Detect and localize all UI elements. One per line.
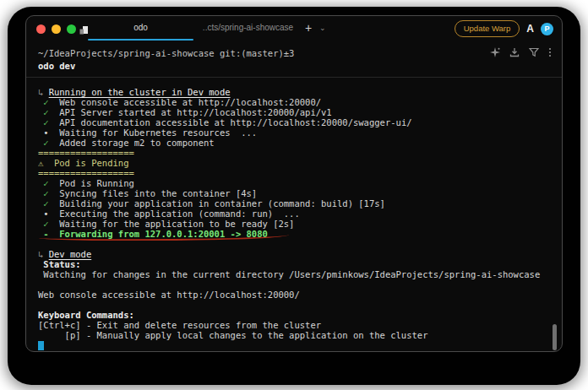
terminal-line: ↳ Dev mode	[38, 249, 555, 259]
minimize-button[interactable]	[52, 24, 61, 34]
tab-spring-ai-showcase[interactable]: ..cts/spring-ai-showcase	[195, 16, 301, 40]
terminal-line	[38, 279, 555, 290]
scrollbar-thumb[interactable]	[553, 324, 557, 350]
command-text: odo dev	[38, 61, 550, 72]
terminal-line: ==================	[38, 168, 555, 178]
terminal-line: Watching for changes in the current dire…	[38, 269, 555, 279]
update-warp-button[interactable]: Update Warp	[455, 20, 520, 37]
avatar[interactable]: P	[541, 23, 553, 35]
terminal-line: ↳ Running on the cluster in Dev mode	[38, 87, 555, 97]
terminal-line: [Ctrl+c] - Exit and delete resources fro…	[38, 320, 555, 330]
terminal-line: [p] - Manually apply local changes to th…	[38, 330, 555, 340]
terminal-line: • Waiting for Kubernetes resources ...	[38, 127, 555, 138]
terminal-line: Keyboard Commands:	[38, 310, 555, 320]
terminal-line: • Executing the application (command: ru…	[38, 209, 555, 219]
terminal-line: ✓ Pod is Running	[38, 178, 555, 188]
active-tab-indicator	[88, 39, 193, 41]
kebab-menu-icon[interactable]	[548, 47, 552, 57]
terminal-line	[38, 239, 555, 249]
block-toolbar	[490, 47, 552, 57]
terminal-line: ✓ API Server started at http://localhost…	[38, 107, 555, 117]
terminal-cursor	[38, 341, 44, 350]
close-button[interactable]	[36, 24, 46, 34]
terminal-line: Web console accessible at http://localho…	[38, 290, 555, 300]
tab-list-chevron-icon[interactable]: ⌄	[319, 24, 326, 32]
new-tab-button[interactable]: +	[305, 21, 312, 35]
terminal-line: ✓ API documentation accessible at http:/…	[38, 117, 555, 127]
traffic-lights	[36, 24, 76, 34]
terminal-line	[38, 300, 555, 310]
terminal-line: ✓ Waiting for the application to be read…	[38, 219, 555, 229]
sparkle-icon[interactable]	[490, 47, 500, 57]
terminal-line: ✓ Building your application in container…	[38, 198, 555, 209]
terminal-line: ==================	[38, 148, 555, 158]
maximize-button[interactable]	[67, 24, 76, 34]
terminal-line: ✓ Syncing files into the container [4s]	[38, 188, 555, 198]
warp-logo-icon[interactable]: A	[526, 23, 534, 35]
prompt-path: ~/IdeaProjects/spring-ai-showcase git:(m…	[38, 48, 550, 59]
terminal-output: ↳ Running on the cluster in Dev mode ✓ W…	[26, 78, 562, 350]
terminal-line	[38, 340, 555, 350]
terminal-line: ⚠ Pod is Pending	[38, 158, 555, 168]
terminal-line: - Forwarding from 127.0.0.1:20001 -> 808…	[38, 229, 555, 239]
terminal-line: Status:	[38, 259, 555, 269]
command-block-header: ~/IdeaProjects/spring-ai-showcase git:(m…	[26, 41, 562, 78]
titlebar: odo ..cts/spring-ai-showcase + ⌄ Update …	[26, 16, 562, 41]
terminal-window: odo ..cts/spring-ai-showcase + ⌄ Update …	[25, 15, 563, 352]
download-icon[interactable]	[509, 47, 520, 57]
terminal-line: ✓ Web console accessible at http://local…	[38, 97, 555, 107]
terminal-line: ✓ Added storage m2 to component	[38, 138, 555, 148]
titlebar-right-cluster: Update Warp A P	[455, 16, 553, 41]
filter-icon[interactable]	[529, 47, 539, 57]
tab-odo[interactable]: odo	[88, 16, 193, 40]
